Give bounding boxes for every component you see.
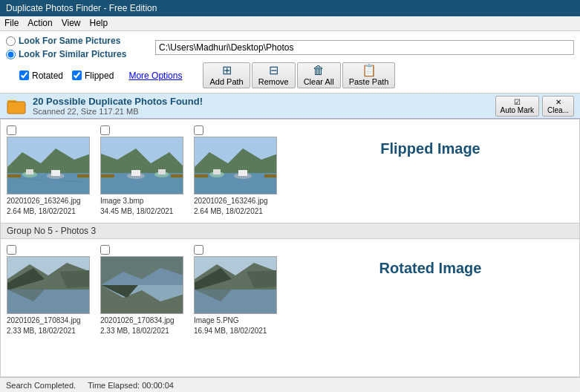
- scanned-text: Scanned 22, Size 117.21 MB: [33, 107, 203, 116]
- auto-mark-button[interactable]: ☑ Auto Mark: [495, 96, 540, 117]
- photo-thumb-5: [100, 256, 183, 314]
- svg-rect-11: [77, 174, 90, 177]
- photo-info-2: Image 3.bmp 34.45 MB, 18/02/2021: [100, 196, 173, 217]
- photo-thumb-2: [100, 137, 183, 195]
- photo-item-4: 20201026_170834.jpg 2.33 MB, 18/02/2021: [7, 245, 94, 336]
- remove-button[interactable]: ⊟ Remove: [252, 62, 296, 88]
- svg-rect-21: [171, 174, 183, 177]
- auto-mark-label: Auto Mark: [501, 106, 535, 114]
- svg-rect-27: [213, 169, 221, 174]
- add-path-icon: ⊞: [222, 65, 232, 76]
- photo-size-date-5: 2.33 MB, 18/02/2021: [100, 326, 175, 336]
- svg-rect-31: [264, 174, 277, 177]
- same-pictures-radio[interactable]: [6, 36, 16, 46]
- paste-path-button[interactable]: 📋 Paste Path: [342, 62, 396, 88]
- clear-all-button[interactable]: 🗑 Clear All: [297, 62, 341, 88]
- photo-thumb-4: [7, 256, 90, 314]
- path-toolbar: ⊞ Add Path ⊟ Remove 🗑 Clear All 📋 Paste …: [203, 62, 574, 88]
- svg-rect-20: [131, 170, 140, 176]
- svg-rect-9: [51, 170, 60, 176]
- photo-checkbox-4[interactable]: [7, 245, 16, 255]
- menu-help[interactable]: Help: [90, 18, 108, 29]
- time-elapsed-text: Time Elapsed: 00:00:04: [88, 381, 174, 390]
- group-header-2: Group No 5 - Photos 3: [1, 223, 579, 239]
- photo-thumb-6: [194, 256, 277, 314]
- title-bar: Duplicate Photos Finder - Free Edition: [0, 0, 580, 16]
- photo-filename-3: 20201026_163246.jpg: [194, 196, 268, 206]
- photo-item-5: 20201026_170834.jpg 2.33 MB, 18/02/2021: [100, 245, 188, 336]
- photo-info-6: Image 5.PNG 16.94 MB, 18/02/2021: [194, 316, 267, 336]
- found-info: 20 Possible Duplicate Photos Found! Scan…: [33, 96, 203, 116]
- similar-pictures-radio[interactable]: [6, 50, 16, 59]
- path-input[interactable]: [155, 40, 574, 55]
- rotated-image-label: Rotated Image: [287, 245, 573, 292]
- folder-icon: [6, 96, 27, 117]
- photo-thumb-3: [194, 137, 277, 195]
- photo-checkbox-1[interactable]: [7, 125, 16, 135]
- menu-view[interactable]: View: [62, 18, 81, 29]
- photo-checkbox-5[interactable]: [100, 245, 110, 255]
- auto-mark-icon: ☑: [514, 98, 521, 106]
- svg-rect-29: [238, 170, 247, 176]
- photo-checkbox-3[interactable]: [194, 125, 203, 135]
- top-panel: Look For Same Pictures Look For Similar …: [0, 31, 580, 94]
- svg-rect-7: [26, 169, 33, 174]
- photo-thumb-1: [7, 137, 90, 195]
- title-text: Duplicate Photos Finder - Free Edition: [6, 3, 157, 13]
- status-left: 20 Possible Duplicate Photos Found! Scan…: [6, 96, 203, 117]
- photo-filename-5: 20201026_170834.jpg: [100, 316, 175, 326]
- options-toolbar-row: Rotated Flipped More Options ⊞ Add Path …: [6, 62, 574, 88]
- photo-filename-6: Image 5.PNG: [194, 316, 267, 326]
- remove-icon: ⊟: [269, 65, 278, 76]
- status-right: ☑ Auto Mark ✕ Clea...: [495, 96, 574, 117]
- svg-rect-22: [101, 174, 114, 177]
- photo-item-1: 20201026_163246.jpg 2.64 MB, 18/02/2021: [7, 125, 94, 217]
- clear-icon: ✕: [555, 98, 561, 106]
- search-completed-text: Search Completed.: [6, 381, 76, 390]
- add-path-button[interactable]: ⊞ Add Path: [203, 62, 250, 88]
- photo-size-date-6: 16.94 MB, 18/02/2021: [194, 326, 267, 336]
- photo-info-1: 20201026_163246.jpg 2.64 MB, 18/02/2021: [7, 196, 81, 217]
- menu-bar: File Action View Help: [0, 16, 580, 31]
- flipped-checkbox[interactable]: [72, 71, 82, 80]
- photo-item-2: Image 3.bmp 34.45 MB, 18/02/2021: [100, 125, 188, 217]
- paste-path-icon: 📋: [362, 65, 377, 76]
- similar-pictures-option[interactable]: Look For Similar Pictures: [6, 49, 128, 59]
- clear-button[interactable]: ✕ Clea...: [542, 96, 574, 117]
- photo-group-2: 20201026_170834.jpg 2.33 MB, 18/02/2021: [1, 239, 579, 342]
- flipped-checkbox-label[interactable]: Flipped: [72, 71, 114, 81]
- photo-checkbox-2[interactable]: [100, 125, 110, 135]
- photo-item-3: 20201026_163246.jpg 2.64 MB, 18/02/2021: [194, 125, 281, 217]
- svg-rect-18: [158, 169, 166, 174]
- photo-size-date-1: 2.64 MB, 18/02/2021: [7, 206, 81, 217]
- photo-checkbox-6[interactable]: [194, 245, 203, 255]
- status-found-bar: 20 Possible Duplicate Photos Found! Scan…: [0, 94, 580, 119]
- menu-action[interactable]: Action: [27, 18, 52, 29]
- photo-info-3: 20201026_163246.jpg 2.64 MB, 18/02/2021: [194, 196, 268, 217]
- flipped-image-label: Flipped Image: [287, 125, 573, 172]
- photo-size-date-3: 2.64 MB, 18/02/2021: [194, 206, 268, 217]
- photo-group-1: 20201026_163246.jpg 2.64 MB, 18/02/2021: [1, 120, 579, 223]
- svg-rect-10: [7, 174, 21, 177]
- svg-rect-30: [195, 174, 208, 177]
- photo-size-date-2: 34.45 MB, 18/02/2021: [100, 206, 173, 217]
- photo-filename-2: Image 3.bmp: [100, 196, 173, 206]
- photo-info-5: 20201026_170834.jpg 2.33 MB, 18/02/2021: [100, 316, 175, 336]
- photo-filename-4: 20201026_170834.jpg: [7, 316, 81, 326]
- main-content[interactable]: 20201026_163246.jpg 2.64 MB, 18/02/2021: [0, 119, 580, 377]
- clear-label: Clea...: [547, 106, 569, 114]
- search-options-row: Look For Same Pictures Look For Similar …: [6, 36, 574, 59]
- photo-info-4: 20201026_170834.jpg 2.33 MB, 18/02/2021: [7, 316, 81, 336]
- photo-row-2: 20201026_170834.jpg 2.33 MB, 18/02/2021: [1, 239, 579, 342]
- photo-size-date-4: 2.33 MB, 18/02/2021: [7, 326, 81, 336]
- rotated-checkbox[interactable]: [19, 71, 29, 80]
- svg-rect-0: [7, 102, 25, 114]
- menu-file[interactable]: File: [4, 18, 19, 29]
- rotated-checkbox-label[interactable]: Rotated: [19, 71, 63, 81]
- same-pictures-option[interactable]: Look For Same Pictures: [6, 36, 128, 46]
- photo-item-6: Image 5.PNG 16.94 MB, 18/02/2021: [194, 245, 281, 336]
- bottom-status-bar: Search Completed. Time Elapsed: 00:00:04: [0, 377, 580, 392]
- found-count-text: 20 Possible Duplicate Photos Found!: [33, 96, 203, 107]
- more-options-link[interactable]: More Options: [128, 71, 182, 81]
- clear-all-icon: 🗑: [313, 65, 325, 76]
